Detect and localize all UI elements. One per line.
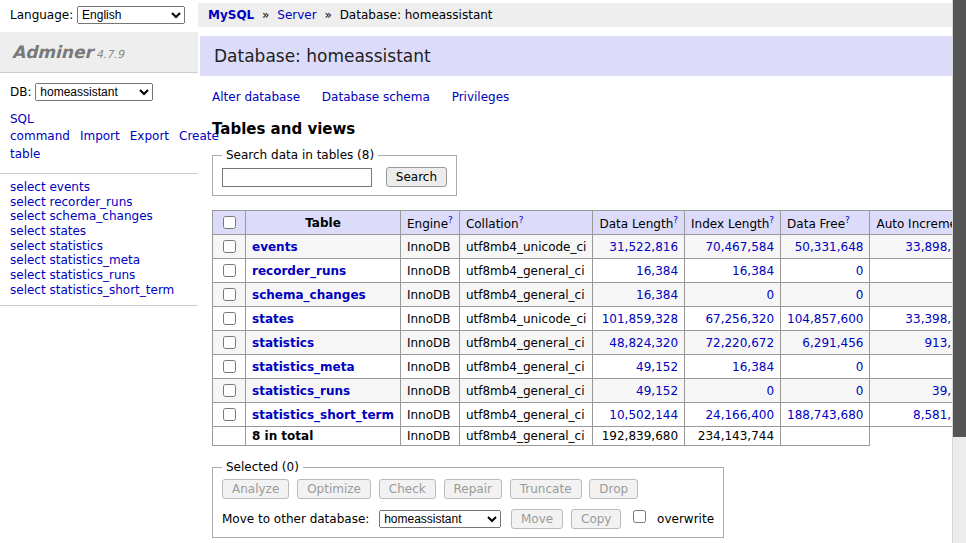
table-row: recorder_runs InnoDB utf8mb4_general_ci … [213, 259, 966, 283]
row-checkbox[interactable] [223, 312, 236, 325]
help-icon[interactable]: ? [673, 215, 678, 225]
cell-data-length: 10,502,144 [593, 403, 685, 427]
table-name-link[interactable]: statistics_runs [252, 384, 350, 398]
breadcrumb-server-link[interactable]: Server [277, 8, 316, 22]
row-checkbox[interactable] [223, 384, 236, 397]
cell-engine: InnoDB [400, 355, 459, 379]
col-header-engine: Engine? [400, 211, 459, 235]
cell-data-length: 49,152 [593, 355, 685, 379]
cell-collation: utf8mb4_general_ci [459, 259, 593, 283]
breadcrumb-current: Database: homeassistant [340, 8, 493, 22]
breadcrumb-separator: » [324, 8, 331, 22]
row-checkbox[interactable] [223, 360, 236, 373]
search-input[interactable] [222, 168, 372, 187]
col-header-table: Table [246, 211, 401, 235]
cell-index-length: 24,166,400 [685, 403, 781, 427]
sidebar-link-export[interactable]: Export [130, 129, 169, 143]
cell-data-free: 104,857,600 [781, 307, 870, 331]
col-header-collation: Collation? [459, 211, 593, 235]
cell-engine: InnoDB [400, 331, 459, 355]
move-database-select[interactable]: homeassistant [379, 510, 501, 528]
privileges-link[interactable]: Privileges [452, 90, 510, 104]
language-row: Language: English [0, 0, 198, 32]
table-name-link[interactable]: statistics_short_term [252, 408, 394, 422]
vertical-scrollbar[interactable] [952, 0, 966, 543]
cell-data-free: 0 [781, 283, 870, 307]
total-data-free [781, 427, 870, 446]
cell-data-length: 101,859,328 [593, 307, 685, 331]
language-select[interactable]: English [77, 6, 185, 24]
cell-data-free: 0 [781, 259, 870, 283]
overwrite-checkbox[interactable] [633, 510, 646, 523]
col-header-label: Data Free [787, 217, 845, 231]
help-icon[interactable]: ? [519, 215, 524, 225]
sidebar-item-select-statistics-meta[interactable]: select statistics_meta [10, 253, 188, 268]
move-label: Move to other database: [222, 512, 369, 526]
cell-data-length: 48,824,320 [593, 331, 685, 355]
breadcrumb-mysql-link[interactable]: MySQL [208, 8, 254, 22]
scrollbar-thumb[interactable] [953, 0, 966, 437]
cell-engine: InnoDB [400, 235, 459, 259]
row-checkbox[interactable] [223, 240, 236, 253]
help-icon[interactable]: ? [448, 215, 453, 225]
cell-data-free: 6,291,456 [781, 331, 870, 355]
sidebar-item-select-statistics-runs[interactable]: select statistics_runs [10, 268, 188, 283]
cell-collation: utf8mb4_general_ci [459, 403, 593, 427]
cell-data-free: 0 [781, 379, 870, 403]
sidebar-actions: SQL commandImportExportCreate table [0, 109, 190, 173]
table-name-link[interactable]: states [252, 312, 294, 326]
table-row: statistics InnoDB utf8mb4_general_ci 48,… [213, 331, 966, 355]
sidebar-item-select-statistics[interactable]: select statistics [10, 239, 188, 254]
database-schema-link[interactable]: Database schema [322, 90, 430, 104]
selected-legend: Selected (0) [222, 460, 303, 474]
database-actions: Alter database Database schema Privilege… [212, 90, 966, 104]
cell-engine: InnoDB [400, 403, 459, 427]
adminer-version: 4.7.9 [96, 48, 124, 61]
sidebar-item-select-recorder-runs[interactable]: select recorder_runs [10, 195, 188, 210]
select-all-checkbox[interactable] [223, 216, 236, 229]
row-checkbox[interactable] [223, 408, 236, 421]
total-engine: InnoDB [400, 427, 459, 446]
sidebar-item-select-events[interactable]: select events [10, 180, 188, 195]
table-name-link[interactable]: events [252, 240, 298, 254]
page-title: Database: homeassistant [200, 36, 966, 76]
adminer-page: Language: English Adminer4.7.9 DB: homea… [0, 0, 966, 543]
cell-index-length: 72,220,672 [685, 331, 781, 355]
cell-index-length: 67,256,320 [685, 307, 781, 331]
repair-button: Repair [444, 479, 502, 499]
sidebar-link-import[interactable]: Import [80, 129, 120, 143]
db-select-row: DB: homeassistant [0, 73, 198, 109]
row-checkbox[interactable] [223, 288, 236, 301]
selected-buttons-row: Analyze Optimize Check Repair Truncate D… [222, 479, 714, 499]
table-header-row: Table Engine? Collation? Data Length? In… [213, 211, 966, 235]
sidebar-item-select-statistics-short-term[interactable]: select statistics_short_term [10, 283, 188, 298]
sidebar-table-list: select events select recorder_runs selec… [0, 173, 198, 306]
db-select[interactable]: homeassistant [35, 83, 153, 101]
cell-engine: InnoDB [400, 379, 459, 403]
table-name-link[interactable]: statistics_meta [252, 360, 355, 374]
help-icon[interactable]: ? [769, 215, 774, 225]
table-name-link[interactable]: schema_changes [252, 288, 366, 302]
selected-fieldset: Selected (0) Analyze Optimize Check Repa… [212, 460, 724, 538]
sidebar-item-select-schema-changes[interactable]: select schema_changes [10, 209, 188, 224]
cell-collation: utf8mb4_general_ci [459, 355, 593, 379]
table-name-link[interactable]: statistics [252, 336, 314, 350]
cell-engine: InnoDB [400, 307, 459, 331]
row-checkbox[interactable] [223, 336, 236, 349]
table-row: events InnoDB utf8mb4_unicode_ci 31,522,… [213, 235, 966, 259]
table-name-link[interactable]: recorder_runs [252, 264, 346, 278]
sidebar-item-select-states[interactable]: select states [10, 224, 188, 239]
search-button[interactable]: Search [386, 167, 447, 187]
sidebar-link-sql-command[interactable]: SQL command [10, 112, 70, 143]
cell-data-free: 50,331,648 [781, 235, 870, 259]
cell-index-length: 16,384 [685, 259, 781, 283]
copy-button: Copy [571, 509, 621, 529]
help-icon[interactable]: ? [845, 215, 850, 225]
row-checkbox[interactable] [223, 264, 236, 277]
search-legend: Search data in tables (8) [222, 148, 378, 162]
total-index-length: 234,143,744 [685, 427, 781, 446]
cell-index-length: 16,384 [685, 355, 781, 379]
cell-data-free: 0 [781, 355, 870, 379]
alter-database-link[interactable]: Alter database [212, 90, 300, 104]
overwrite-label[interactable]: overwrite [657, 512, 714, 526]
